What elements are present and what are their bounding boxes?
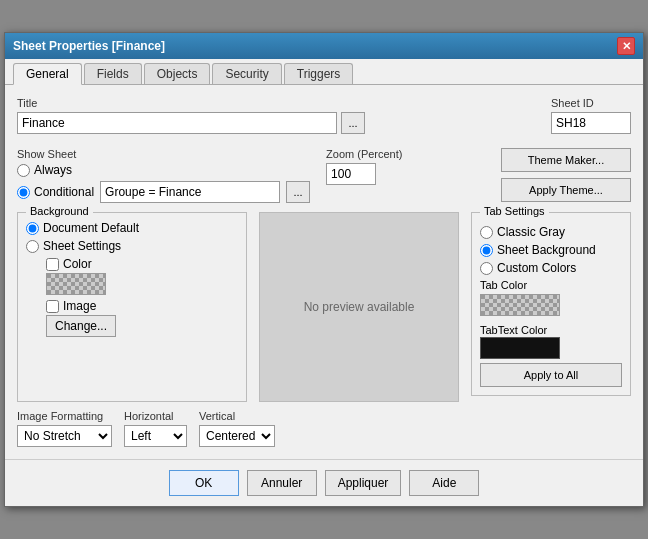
doc-default-label: Document Default [43,221,139,235]
help-button[interactable]: Aide [409,470,479,496]
classic-gray-label: Classic Gray [497,225,565,239]
vertical-select[interactable]: Centered Top Bottom [199,425,275,447]
title-input[interactable] [17,112,337,134]
image-formatting-label: Image Formatting [17,410,112,422]
sheet-background-radio[interactable] [480,244,493,257]
theme-maker-button[interactable]: Theme Maker... [501,148,631,172]
sheet-settings-label: Sheet Settings [43,239,121,253]
apply-button[interactable]: Appliquer [325,470,402,496]
change-button[interactable]: Change... [46,315,116,337]
color-swatch [46,273,106,295]
tab-security[interactable]: Security [212,63,281,84]
sheet-settings-radio[interactable] [26,240,39,253]
always-radio[interactable] [17,164,30,177]
classic-gray-radio[interactable] [480,226,493,239]
image-formatting-section: Image Formatting No Stretch Stretch Tile… [17,410,112,447]
horizontal-label: Horizontal [124,410,187,422]
sheet-id-section: Sheet ID [551,97,631,142]
tab-general[interactable]: General [13,63,82,85]
custom-colors-label: Custom Colors [497,261,576,275]
image-checkbox[interactable] [46,300,59,313]
always-label: Always [34,163,72,177]
sheet-id-label: Sheet ID [551,97,631,109]
color-checkbox-label: Color [63,257,92,271]
background-box: Background Document Default Sheet Settin… [17,212,247,402]
zoom-input[interactable] [326,163,376,185]
middle-section: Background Document Default Sheet Settin… [17,212,631,402]
tab-settings-legend: Tab Settings [480,205,549,217]
main-content: Title ... Sheet ID Show Sheet Always [5,85,643,455]
doc-default-radio[interactable] [26,222,39,235]
close-button[interactable]: ✕ [617,37,635,55]
background-legend: Background [26,205,93,217]
right-panel: Tab Settings Classic Gray Sheet Backgrou… [471,212,631,402]
vertical-label: Vertical [199,410,275,422]
image-checkbox-label: Image [63,299,96,313]
apply-theme-button[interactable]: Apply Theme... [501,178,631,202]
ok-button[interactable]: OK [169,470,239,496]
zoom-label: Zoom (Percent) [326,148,402,160]
horizontal-select[interactable]: Left Center Right [124,425,187,447]
tab-objects[interactable]: Objects [144,63,211,84]
cancel-button[interactable]: Annuler [247,470,317,496]
conditional-radio[interactable] [17,186,30,199]
image-formatting-select[interactable]: No Stretch Stretch Tile Keep Aspect [17,425,112,447]
tab-triggers[interactable]: Triggers [284,63,354,84]
tab-bar: General Fields Objects Security Triggers [5,59,643,85]
custom-colors-radio[interactable] [480,262,493,275]
image-formatting-row: Image Formatting No Stretch Stretch Tile… [17,410,631,447]
tab-text-color-label: TabText Color [480,324,622,336]
horizontal-section: Horizontal Left Center Right [124,410,187,447]
footer-buttons: OK Annuler Appliquer Aide [5,459,643,506]
title-section: Title ... [17,97,365,142]
title-ellipsis-button[interactable]: ... [341,112,365,134]
vertical-section: Vertical Centered Top Bottom [199,410,275,447]
show-sheet-label: Show Sheet [17,148,310,160]
title-bar: Sheet Properties [Finance] ✕ [5,33,643,59]
sheet-id-input[interactable] [551,112,631,134]
preview-text: No preview available [304,300,415,314]
show-sheet-section: Show Sheet Always Conditional ... [17,148,310,204]
preview-box: No preview available [259,212,459,402]
tab-color-swatch [480,294,560,316]
conditional-ellipsis-button[interactable]: ... [286,181,310,203]
main-window: Sheet Properties [Finance] ✕ General Fie… [4,32,644,507]
zoom-section: Zoom (Percent) [326,148,402,185]
apply-to-all-button[interactable]: Apply to All [480,363,622,387]
tab-settings-box: Tab Settings Classic Gray Sheet Backgrou… [471,212,631,396]
conditional-label: Conditional [34,185,94,199]
tab-text-color-swatch [480,337,560,359]
title-label: Title [17,97,365,109]
sheet-background-label: Sheet Background [497,243,596,257]
tab-color-label: Tab Color [480,279,622,291]
tab-fields[interactable]: Fields [84,63,142,84]
conditional-input[interactable] [100,181,280,203]
window-title: Sheet Properties [Finance] [13,39,165,53]
color-checkbox[interactable] [46,258,59,271]
